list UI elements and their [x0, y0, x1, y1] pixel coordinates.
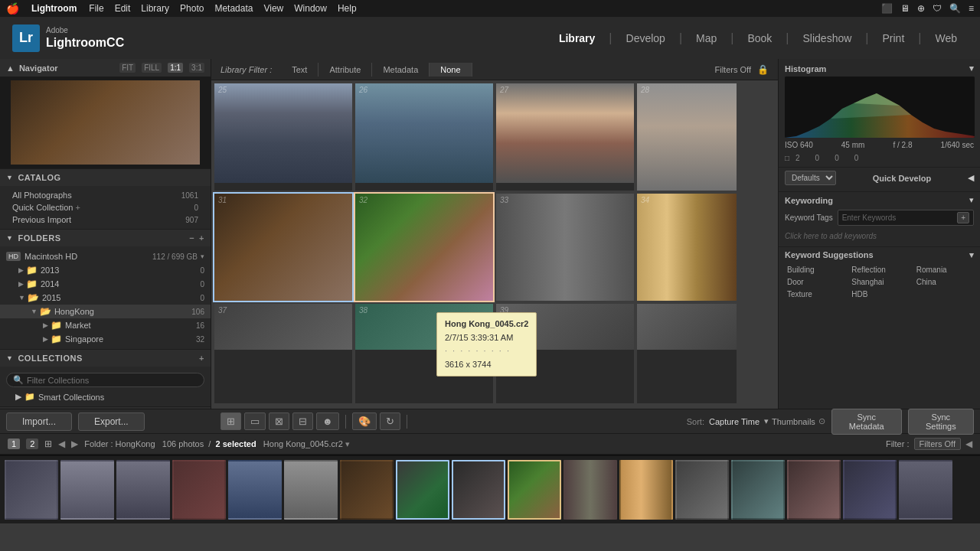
kw-sugg-china[interactable]: China [914, 277, 974, 287]
loupe-view-btn[interactable]: ▭ [244, 412, 266, 430]
filmstrip-thumb-7[interactable] [340, 460, 394, 520]
menu-window[interactable]: Window [294, 3, 327, 14]
kw-sugg-romania[interactable]: Romania [914, 265, 974, 275]
filmstrip-thumb-13[interactable] [675, 460, 729, 520]
catalog-previous-import[interactable]: Previous Import 907 [0, 214, 211, 226]
folder-2015[interactable]: ▼ 📂 2015 0 [0, 291, 211, 305]
catalog-header[interactable]: ▼ Catalog [0, 169, 211, 186]
collections-filter-input[interactable] [27, 376, 198, 385]
tab-print[interactable]: Print [872, 29, 916, 47]
search-icon[interactable]: 🔍 [949, 3, 961, 14]
menu-library[interactable]: Library [141, 3, 169, 14]
spray-btn[interactable]: 🎨 [352, 412, 377, 430]
grid-options-icon[interactable]: ⊞ [44, 439, 52, 449]
apple-menu[interactable]: 🍎 [6, 2, 19, 15]
filter-metadata[interactable]: Metadata [372, 63, 430, 77]
grid-cell-27[interactable]: 27 [496, 83, 634, 191]
folders-header[interactable]: ▼ Folders − + [0, 230, 211, 246]
folder-2014[interactable]: ▶ 📁 2014 0 [0, 277, 211, 291]
nav-fit[interactable]: FIT [119, 63, 136, 73]
menu-view[interactable]: View [263, 3, 283, 14]
grid-cell-33[interactable]: 33 [496, 194, 634, 301]
kw-sugg-hdb[interactable]: HDB [849, 289, 909, 299]
folders-minus[interactable]: − [189, 233, 194, 243]
navigator-header[interactable]: ▲ Navigator FIT FILL 1:1 3:1 [0, 59, 211, 77]
histogram-dropdown-icon[interactable]: ▾ [969, 64, 974, 73]
folder-market[interactable]: ▶ 📁 Market 16 [0, 318, 211, 332]
thumbs-slider-icon[interactable]: ⊙ [818, 416, 825, 426]
kw-sugg-shanghai[interactable]: Shanghai [849, 277, 909, 287]
filmstrip-thumb-17[interactable] [899, 460, 952, 520]
compare-view-btn[interactable]: ⊠ [269, 412, 289, 430]
menu-metadata[interactable]: Metadata [214, 3, 253, 14]
tab-develop[interactable]: Develop [616, 29, 676, 47]
import-button[interactable]: Import... [6, 412, 72, 431]
filmstrip-thumb-10[interactable] [508, 460, 561, 520]
collections-header[interactable]: ▼ Collections + [0, 350, 211, 367]
monitor-icon[interactable]: 🖥 [900, 3, 910, 14]
tab-slideshow[interactable]: Slideshow [792, 29, 863, 47]
menu-help[interactable]: Help [338, 3, 357, 14]
filmstrip-thumb-12[interactable] [619, 460, 673, 520]
filter-lock-icon[interactable]: 🔒 [757, 64, 769, 75]
publish-services-header[interactable]: ▼ Publish Services + [0, 407, 211, 409]
nav-fill[interactable]: FILL [142, 63, 162, 73]
shield-icon[interactable]: 🛡 [933, 3, 942, 14]
folder-hongkong[interactable]: ▼ 📂 HongKong 106 [0, 305, 211, 318]
next-arrow[interactable]: ▶ [71, 439, 78, 449]
page-1[interactable]: 1 [8, 439, 20, 449]
tab-web[interactable]: Web [924, 29, 968, 47]
filmstrip-thumb-15[interactable] [787, 460, 841, 520]
filmstrip-thumb-3[interactable] [116, 460, 170, 520]
grid-cell-26[interactable]: 26 [355, 83, 493, 191]
menu-edit[interactable]: Edit [115, 3, 131, 14]
filmstrip-thumb-14[interactable] [731, 460, 785, 520]
filmstrip-thumb-2[interactable] [60, 460, 114, 520]
filter-value[interactable]: Filters Off [914, 438, 961, 450]
sort-arrow[interactable]: ▾ [764, 416, 769, 426]
catalog-quick-collection[interactable]: Quick Collection + 0 [0, 201, 211, 214]
collections-search-box[interactable]: 🔍 [6, 373, 204, 387]
nav-1-1[interactable]: 1:1 [168, 63, 183, 73]
grid-cell-32[interactable]: 32 [355, 194, 493, 301]
people-view-btn[interactable]: ☻ [316, 412, 339, 430]
grid-icon[interactable]: ≡ [969, 3, 974, 14]
sort-value[interactable]: Capture Time [709, 417, 760, 426]
filmstrip-thumb-1[interactable] [5, 460, 58, 520]
sync-metadata-button[interactable]: Sync Metadata [831, 409, 902, 435]
catalog-all-photos[interactable]: All Photographs 1061 [0, 189, 211, 201]
folder-2013[interactable]: ▶ 📁 2013 0 [0, 263, 211, 277]
filter-text[interactable]: Text [281, 63, 318, 77]
filter-attribute[interactable]: Attribute [318, 63, 372, 77]
tab-book[interactable]: Book [737, 29, 782, 47]
filename-arrow[interactable]: ▾ [345, 439, 350, 448]
grid-cell-28[interactable]: 28 [637, 83, 737, 191]
preset-select[interactable]: Defaults [785, 171, 836, 185]
grid-cell-39[interactable]: 39 [496, 304, 634, 403]
keywording-arrow[interactable]: ▾ [969, 195, 974, 205]
folders-plus[interactable]: + [199, 233, 204, 243]
folder-singapore[interactable]: ▶ 📁 Singapore 32 [0, 332, 211, 346]
grid-cell-25[interactable]: 25 [214, 83, 352, 191]
survey-view-btn[interactable]: ⊟ [292, 412, 313, 430]
filmstrip-thumb-8[interactable] [396, 460, 449, 520]
grid-cell-34[interactable]: 34 [637, 194, 737, 301]
screen-icon[interactable]: ⬛ [881, 3, 893, 14]
collections-plus[interactable]: + [199, 354, 204, 363]
filmstrip-thumb-11[interactable] [564, 460, 617, 520]
filmstrip-thumb-16[interactable] [843, 460, 897, 520]
grid-cell-40[interactable] [637, 304, 737, 403]
filmstrip-thumb-5[interactable] [228, 460, 282, 520]
kw-sugg-reflection[interactable]: Reflection [849, 265, 909, 275]
sync-settings-button[interactable]: Sync Settings [908, 409, 974, 435]
smart-collections-item[interactable]: ▶ 📁 Smart Collections [0, 390, 211, 403]
keyword-tags-input[interactable]: Enter Keywords + [838, 210, 974, 226]
quick-develop-arrow[interactable]: ◀ [968, 173, 974, 183]
filmstrip-thumb-4[interactable] [172, 460, 226, 520]
rotate-btn[interactable]: ↻ [380, 412, 400, 430]
target-icon[interactable]: ⊕ [917, 3, 925, 14]
grid-cell-38[interactable]: 38 [355, 304, 493, 403]
expand-btn[interactable]: ◀ [965, 439, 972, 449]
menu-file[interactable]: File [89, 3, 103, 14]
kw-sugg-door[interactable]: Door [785, 277, 844, 287]
